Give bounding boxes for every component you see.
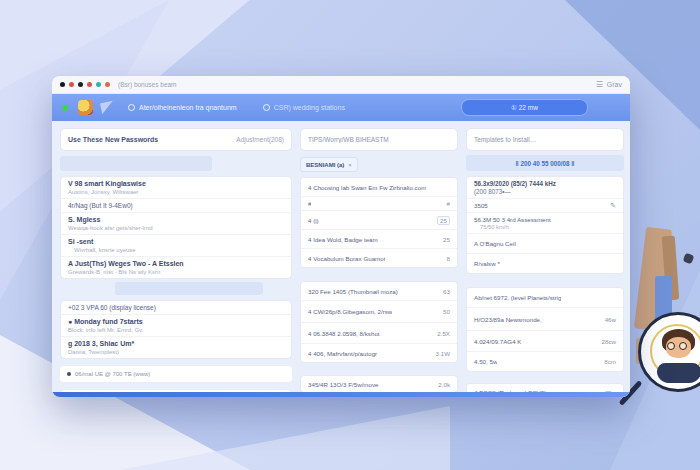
row-label: 3505 <box>474 202 488 209</box>
row-label: 4 CW/26p/8.Gibegasom, 2/rsw <box>308 308 392 315</box>
close-icon[interactable]: × <box>348 162 352 168</box>
item-subtitle: Datvia, Twemplest) <box>68 349 284 355</box>
table-row[interactable]: 4.024/09.7AG4 K 28cw <box>467 331 623 352</box>
row-value: 28cw <box>602 338 616 345</box>
window-menu-label[interactable]: Grav <box>607 81 622 88</box>
left-header-bar[interactable]: Use These New Passwords Adjustment(208) <box>60 128 292 151</box>
table-row[interactable]: 4 406, Mafrvfant/p/autogr 3.1W <box>301 344 457 362</box>
table-row[interactable]: 4.50, 5w 8cm <box>467 352 623 371</box>
middle-group-1: 4 Choosing lab Swan Em Fw Zirbnalio.com … <box>300 177 458 268</box>
row-value: # <box>447 200 450 207</box>
item-subtitle: Austins, Jonssy, Wiltswaer <box>68 189 284 195</box>
window-bottom-edge <box>52 392 630 397</box>
row-value: 2.0k <box>438 381 450 388</box>
item-subtitle: Wivrhall, knsrie uyeuse <box>74 247 284 253</box>
avatar-body <box>657 363 700 383</box>
window-dot[interactable] <box>60 82 65 87</box>
list-item[interactable]: g 2018 3, Shiac Um* Datvia, Twemplest) <box>61 337 291 358</box>
window-dot[interactable] <box>105 82 110 87</box>
tab-active[interactable]: Ater/olheinenleon tra qnantunm <box>128 104 237 111</box>
bullet-icon <box>67 372 71 376</box>
list-item[interactable]: V 98 smart Kinglaswise Austins, Jonssy, … <box>61 177 291 199</box>
list-item[interactable]: 4r/Nag (But It 9-4Ew0) <box>61 199 291 213</box>
window-dot[interactable] <box>78 82 83 87</box>
list-item[interactable]: ● Monday fund 7starts Block, info left M… <box>61 315 291 337</box>
avatar-glasses <box>679 342 687 350</box>
table-row[interactable]: 4 CW/26p/8.Gibegasom, 2/rsw 50 <box>301 301 457 323</box>
toolbar-action-button[interactable]: ① 22 mw <box>461 99 588 116</box>
window-dot[interactable] <box>69 82 74 87</box>
table-row[interactable]: 345/4R 13O/3 F/5w/move 2.0k <box>301 376 457 392</box>
row-label: 4 (i) <box>308 217 319 224</box>
sync-icon <box>263 104 270 111</box>
tab-label: Ater/olheinenleon tra qnantunm <box>139 104 237 111</box>
item-title: Si -sent <box>68 238 284 245</box>
filter-chip[interactable]: BESNIAMI (a) × <box>300 157 358 172</box>
item-title: S. Mgless <box>68 216 284 223</box>
row-value: 25 <box>437 216 450 225</box>
right-group-2: Ab/net 6972, (level Planets/strig H/O23/… <box>466 287 624 372</box>
row-value: 50 <box>443 308 450 315</box>
highlight-pill[interactable] <box>115 282 263 295</box>
item-title: V 98 smart Kinglaswise <box>68 180 284 187</box>
list-item[interactable]: S. Mgless Wewqa-hook alsr gets/sher-lrnd <box>61 213 291 235</box>
middle-panel: BESNIAMI (a) × 4 Choosing lab Swan Em Fw… <box>300 128 458 393</box>
table-row[interactable]: 56.3x9/2020 (85/2) 7444 kHz (200 8073•— <box>467 177 623 199</box>
table-row[interactable]: A O'Bagnu Cell <box>467 234 623 254</box>
window-dot[interactable] <box>96 82 101 87</box>
left-panel-action[interactable]: Adjustment(208) <box>236 136 284 143</box>
right-group-1: 56.3x9/2020 (85/2) 7444 kHz (200 8073•— … <box>466 176 624 274</box>
table-row[interactable]: 320 Fee 1405 (Thumbnail moza) 63 <box>301 282 457 301</box>
middle-group-2: 320 Fee 1405 (Thumbnail moza) 63 4 CW/26… <box>300 281 458 363</box>
row-value: 8 <box>447 255 450 262</box>
table-row[interactable]: 4 06.3848 2.0598, 8/kshot 2.5X <box>301 323 457 344</box>
app-window: (Bsr) bonuses beam ☰ Grav Ater/olheinenl… <box>52 76 630 397</box>
toolbar: Ater/olheinenleon tra qnantunm CSR) wedd… <box>52 94 630 121</box>
left-panel-title: Use These New Passwords <box>68 136 158 143</box>
edit-icon[interactable]: ✎ <box>610 202 616 210</box>
row-label: R/valsw * <box>474 260 500 267</box>
right-search-input[interactable] <box>466 128 624 151</box>
window-dot[interactable] <box>87 82 92 87</box>
row-value: 3.1W <box>436 350 450 357</box>
app-logo-icon[interactable] <box>78 100 93 115</box>
middle-search-input[interactable] <box>300 128 458 151</box>
cursor-icon[interactable] <box>100 101 115 114</box>
row-label: 4 06.3848 2.0598, 8/kshot <box>308 330 380 337</box>
tab-label: CSR) wedding stations <box>274 104 345 111</box>
status-dot-icon <box>62 105 68 111</box>
table-row[interactable]: 3505 ✎ <box>467 199 623 213</box>
table-row[interactable]: 4 Idea Wold, Badge team 25 <box>301 230 457 249</box>
highlight-pill[interactable] <box>60 156 212 171</box>
table-row[interactable]: Ab/net 6972, (level Planets/strig <box>467 288 623 308</box>
table-row[interactable]: R/valsw * <box>467 254 623 273</box>
table-row[interactable]: 56.3M 50 3 4rd Assessment 75/50 km/h <box>467 213 623 234</box>
pagination-bar[interactable]: ‖ 200 40 55 000/08 ‖ <box>466 155 624 171</box>
row-label: 4 406, Mafrvfant/p/autogr <box>308 350 377 357</box>
row-label: 4 Idea Wold, Badge team <box>308 236 378 243</box>
row-value: 8cm <box>604 358 616 365</box>
window-title: (Bsr) bonuses beam <box>118 81 177 88</box>
table-row[interactable]: 4 Vocabulum Borax Guamot 8 <box>301 249 457 267</box>
notice-bar[interactable]: 06/mal UE @ 700 TE (www) <box>60 366 292 382</box>
table-row[interactable]: 4 (i) 25 <box>301 211 457 230</box>
table-row[interactable]: 4 Choosing lab Swan Em Fw Zirbnalio.com <box>301 178 457 197</box>
list-item[interactable]: Si -sent Wivrhall, knsrie uyeuse <box>61 235 291 257</box>
card-header: +02 3 VPA 60 (display license) <box>61 301 291 315</box>
item-title: g 2018 3, Shiac Um* <box>68 340 284 347</box>
avatar-glasses <box>667 342 675 350</box>
row-label: Ab/net 6972, (level Planets/strig <box>474 294 561 301</box>
row-label: H/O23/89a Newsmonde, <box>474 316 542 323</box>
hamburger-icon[interactable]: ☰ <box>596 80 603 89</box>
table-row[interactable]: # # <box>301 197 457 211</box>
row-subtitle: 75/50 km/h <box>480 224 616 230</box>
list-item[interactable]: A Just(Ths) Weges Two - A Etsslen Grewar… <box>61 257 291 278</box>
left-panel: Use These New Passwords Adjustment(208) … <box>60 128 292 397</box>
row-value: 25 <box>443 236 450 243</box>
item-title: ● Monday fund 7starts <box>68 318 284 325</box>
table-row[interactable]: H/O23/89a Newsmonde, 46w <box>467 308 623 331</box>
row-label: 56.3x9/2020 (85/2) 7444 kHz <box>474 180 616 187</box>
row-label: 320 Fee 1405 (Thumbnail moza) <box>308 288 398 295</box>
row-label: 4 Choosing lab Swan Em Fw Zirbnalio.com <box>308 184 426 191</box>
tab-inactive[interactable]: CSR) wedding stations <box>263 104 345 111</box>
